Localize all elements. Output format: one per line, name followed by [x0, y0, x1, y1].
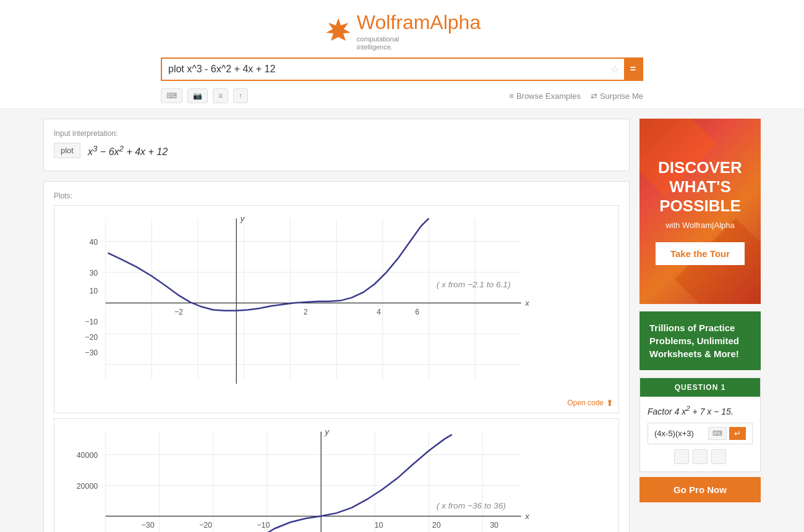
x-axis-label-2: x [524, 512, 530, 521]
toolbar-right: ≡ Browse Examples ⇄ Surprise Me [509, 91, 643, 101]
x2-tick-30: 30 [490, 521, 498, 530]
y-tick-10: 10 [89, 287, 98, 296]
formula-display: x3 − 6x2 + 4x + 12 [88, 144, 168, 158]
keyboard-icon-btn[interactable]: ⌨ [161, 88, 182, 103]
y-tick-30: 30 [89, 269, 98, 277]
question-text: Factor 4 x2 + 7 x − 15. [648, 404, 753, 416]
y2-tick-40000: 40000 [77, 451, 98, 460]
surprise-me-label: Surprise Me [600, 91, 643, 101]
upload-icon-btn[interactable]: ↑ [233, 88, 248, 103]
sidebar: DISCOVERWHAT'SPOSSIBLE with Wolfram|Alph… [639, 119, 761, 532]
check-dot-3[interactable] [711, 449, 726, 464]
main-content: Input interpretation: plot x3 − 6x2 + 4x… [31, 109, 773, 532]
plot-badge: plot [54, 143, 80, 158]
x-tick-neg2: −2 [174, 308, 183, 316]
answer-input-box: (4x-5)(x+3) ⌨ ↵ [648, 423, 753, 444]
answer-value: (4x-5)(x+3) [654, 429, 694, 438]
plot-1-svg: x y 40 30 20 10 −10 −20 −30 −2 2 4 6 [59, 211, 614, 395]
plot-1-container: x y 40 30 20 10 −10 −20 −30 −2 2 4 6 [54, 205, 619, 413]
search-input[interactable] [162, 59, 605, 80]
logo-tagline: computational intelligence. [357, 35, 481, 51]
go-pro-button[interactable]: Go Pro Now [639, 477, 761, 502]
toolbar: ⌨ 📷 ≡ ↑ ≡ Browse Examples ⇄ Surprise Me [0, 86, 804, 109]
search-container: ☆ = [161, 57, 643, 81]
search-go-button[interactable]: = [624, 59, 642, 80]
camera-icon-btn[interactable]: 📷 [187, 88, 208, 103]
input-interpretation-label: Input interpretation: [54, 129, 619, 138]
menu-icon-btn[interactable]: ≡ [213, 88, 228, 103]
answer-enter-btn[interactable]: ↵ [729, 427, 746, 440]
open-code-link-1[interactable]: Open code ⬆ [59, 398, 614, 408]
header: WolframAlpha computational intelligence. [0, 0, 804, 57]
question-header: QUESTION 1 [640, 378, 760, 397]
shuffle-icon: ⇄ [591, 91, 597, 101]
search-bar: ☆ = [0, 57, 804, 86]
favorite-button[interactable]: ☆ [605, 60, 624, 79]
answer-actions: ⌨ ↵ [708, 427, 746, 440]
list-icon: ≡ [509, 91, 514, 101]
x-tick-6: 6 [415, 308, 419, 316]
y2-tick-20000: 20000 [77, 482, 98, 491]
browse-examples-label: Browse Examples [516, 91, 581, 101]
y-tick-neg30: −30 [85, 348, 98, 357]
logo-name-group: WolframAlpha computational intelligence. [357, 11, 481, 51]
y-axis-label-2: y [324, 427, 330, 436]
check-dot-1[interactable] [674, 449, 689, 464]
surprise-me-link[interactable]: ⇄ Surprise Me [591, 91, 643, 101]
take-tour-button[interactable]: Take the Tour [656, 242, 745, 265]
plot-2-curve [107, 434, 451, 532]
plots-label: Plots: [54, 192, 619, 200]
discover-ad: DISCOVERWHAT'SPOSSIBLE with Wolfram|Alph… [639, 119, 761, 304]
x2-tick-neg30: −30 [142, 521, 155, 530]
y-tick-neg20: −20 [85, 333, 98, 342]
x2-tick-20: 20 [432, 521, 441, 530]
x-tick-2: 2 [304, 308, 308, 316]
svg-marker-0 [326, 18, 351, 41]
plot-2-container: x y 40000 20000 −20000 −40000 −30 −20 −1… [54, 418, 619, 532]
wolfram-text: Wolfram [357, 11, 430, 33]
plot-1-range-label: ( x from −2.1 to 6.1) [437, 281, 511, 290]
logo: WolframAlpha computational intelligence. [323, 11, 481, 51]
x2-tick-neg10: −10 [257, 521, 270, 530]
alpha-text: Alpha [430, 11, 481, 33]
logo-text: WolframAlpha [357, 11, 481, 34]
toolbar-inner: ⌨ 📷 ≡ ↑ ≡ Browse Examples ⇄ Surprise Me [161, 88, 643, 103]
practice-problems-banner: Trillions of Practice Problems, Unlimite… [639, 311, 761, 370]
open-code-text-1: Open code [567, 399, 604, 407]
answer-keyboard-btn[interactable]: ⌨ [708, 427, 727, 440]
y-tick-neg10: −10 [85, 318, 98, 327]
question-widget: QUESTION 1 Factor 4 x2 + 7 x − 15. (4x-5… [639, 378, 761, 472]
discover-text: DISCOVERWHAT'SPOSSIBLE [658, 158, 742, 216]
x-axis-label: x [524, 299, 530, 308]
plot-2-range-label: ( x from −36 to 36) [437, 501, 506, 510]
plot-2-svg: x y 40000 20000 −20000 −40000 −30 −20 −1… [59, 424, 614, 532]
input-interpretation-content: plot x3 − 6x2 + 4x + 12 [54, 143, 619, 158]
with-wa-text: with Wolfram|Alpha [665, 221, 735, 230]
plots-panel: Plots: [43, 181, 630, 532]
x-tick-4: 4 [377, 308, 381, 316]
browse-examples-link[interactable]: ≡ Browse Examples [509, 91, 581, 101]
open-code-icon-1: ⬆ [606, 398, 614, 408]
check-dots [648, 449, 753, 464]
search-input-wrapper: ☆ = [161, 57, 643, 81]
check-dot-2[interactable] [693, 449, 708, 464]
x2-tick-10: 10 [375, 521, 383, 530]
x2-tick-neg20: −20 [199, 521, 212, 530]
input-interpretation-panel: Input interpretation: plot x3 − 6x2 + 4x… [43, 119, 630, 171]
plot-1-curve [108, 219, 429, 311]
y-axis-label: y [239, 214, 245, 224]
wolfram-star-icon [323, 17, 353, 46]
toolbar-left: ⌨ 📷 ≡ ↑ [161, 88, 248, 103]
y-tick-40: 40 [89, 238, 98, 247]
results-panel: Input interpretation: plot x3 − 6x2 + 4x… [43, 119, 630, 532]
